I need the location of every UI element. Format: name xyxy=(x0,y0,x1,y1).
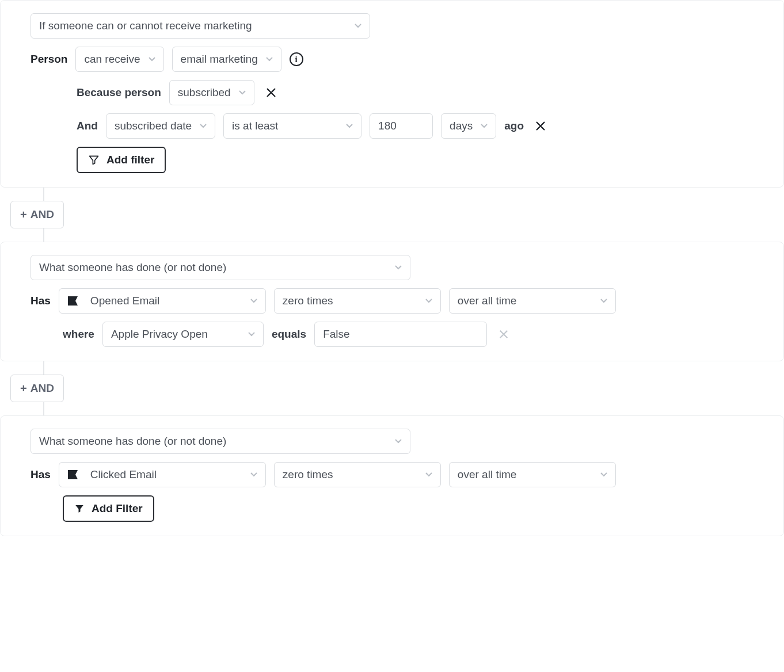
event-value: Opened Email xyxy=(90,295,159,307)
channel-select[interactable]: email marketing xyxy=(172,47,281,72)
count-value: zero times xyxy=(283,295,333,307)
connector-label: AND xyxy=(31,382,54,395)
count-select[interactable]: zero times xyxy=(274,462,441,487)
info-icon[interactable]: i xyxy=(290,52,303,66)
add-filter-label: Add Filter xyxy=(92,502,143,515)
connector: + AND xyxy=(0,188,784,242)
flag-icon xyxy=(67,469,80,480)
equals-static-label: equals xyxy=(272,328,306,341)
condition-type-select[interactable]: What someone has done (or not done) xyxy=(31,429,410,454)
condition-block-2: What someone has done (or not done) Has … xyxy=(0,242,784,361)
time-value: over all time xyxy=(458,468,516,481)
add-filter-button[interactable]: Add filter xyxy=(77,147,166,173)
date-unit-value: days xyxy=(450,120,473,132)
chevron-down-icon xyxy=(239,90,246,95)
chevron-down-icon xyxy=(346,124,353,128)
condition-type-select[interactable]: If someone can or cannot receive marketi… xyxy=(31,13,370,39)
condition-type-label: If someone can or cannot receive marketi… xyxy=(39,20,252,32)
channel-value: email marketing xyxy=(181,53,258,66)
value-input[interactable] xyxy=(314,322,487,347)
because-value: subscribed xyxy=(178,86,231,99)
remove-date-filter-button[interactable] xyxy=(532,117,549,135)
chevron-down-icon xyxy=(266,57,273,62)
flag-icon xyxy=(67,296,80,306)
time-range-select[interactable]: over all time xyxy=(449,462,616,487)
can-receive-value: can receive xyxy=(84,53,140,66)
date-op-select[interactable]: is at least xyxy=(223,113,361,139)
remove-because-button[interactable] xyxy=(262,84,280,101)
date-field-value: subscribed date xyxy=(115,120,192,132)
because-select[interactable]: subscribed xyxy=(169,80,254,105)
add-filter-label: Add filter xyxy=(106,154,154,166)
date-op-value: is at least xyxy=(232,120,278,132)
connector: + AND xyxy=(0,361,784,415)
connector-label: AND xyxy=(31,208,54,221)
chevron-down-icon xyxy=(149,57,155,62)
chevron-down-icon xyxy=(250,299,257,303)
remove-where-filter-button[interactable] xyxy=(495,326,512,343)
attribute-select[interactable]: Apple Privacy Open xyxy=(102,322,264,347)
because-static-label: Because person xyxy=(77,86,161,99)
chevron-down-icon xyxy=(355,24,361,28)
event-select[interactable]: Clicked Email xyxy=(59,462,266,487)
chevron-down-icon xyxy=(481,124,488,128)
condition-type-label: What someone has done (or not done) xyxy=(39,435,226,448)
date-unit-select[interactable]: days xyxy=(441,113,496,139)
plus-icon: + xyxy=(20,383,27,394)
ago-static-label: ago xyxy=(504,120,524,132)
funnel-outline-icon xyxy=(88,154,100,166)
chevron-down-icon xyxy=(250,472,257,477)
attribute-value: Apple Privacy Open xyxy=(111,328,208,341)
date-number-input[interactable] xyxy=(370,113,433,139)
time-range-select[interactable]: over all time xyxy=(449,288,616,314)
date-field-select[interactable]: subscribed date xyxy=(106,113,215,139)
time-value: over all time xyxy=(458,295,516,307)
where-static-label: where xyxy=(63,328,94,341)
chevron-down-icon xyxy=(395,439,402,444)
and-static-label: And xyxy=(77,120,98,132)
person-static-label: Person xyxy=(31,53,67,66)
condition-type-select[interactable]: What someone has done (or not done) xyxy=(31,255,410,280)
condition-block-1: If someone can or cannot receive marketi… xyxy=(0,0,784,188)
event-value: Clicked Email xyxy=(90,468,157,481)
plus-icon: + xyxy=(20,209,27,220)
chevron-down-icon xyxy=(425,472,432,477)
has-static-label: Has xyxy=(31,295,51,307)
event-select[interactable]: Opened Email xyxy=(59,288,266,314)
count-select[interactable]: zero times xyxy=(274,288,441,314)
condition-type-label: What someone has done (or not done) xyxy=(39,261,226,274)
chevron-down-icon xyxy=(200,124,207,128)
chevron-down-icon xyxy=(248,332,255,337)
condition-block-3: What someone has done (or not done) Has … xyxy=(0,415,784,536)
chevron-down-icon xyxy=(600,472,607,477)
funnel-solid-icon xyxy=(74,503,85,514)
has-static-label: Has xyxy=(31,468,51,481)
chevron-down-icon xyxy=(600,299,607,303)
chevron-down-icon xyxy=(425,299,432,303)
count-value: zero times xyxy=(283,468,333,481)
add-filter-button[interactable]: Add Filter xyxy=(63,495,154,522)
chevron-down-icon xyxy=(395,265,402,270)
add-and-button[interactable]: + AND xyxy=(10,201,64,228)
can-receive-select[interactable]: can receive xyxy=(75,47,163,72)
add-and-button[interactable]: + AND xyxy=(10,375,64,402)
